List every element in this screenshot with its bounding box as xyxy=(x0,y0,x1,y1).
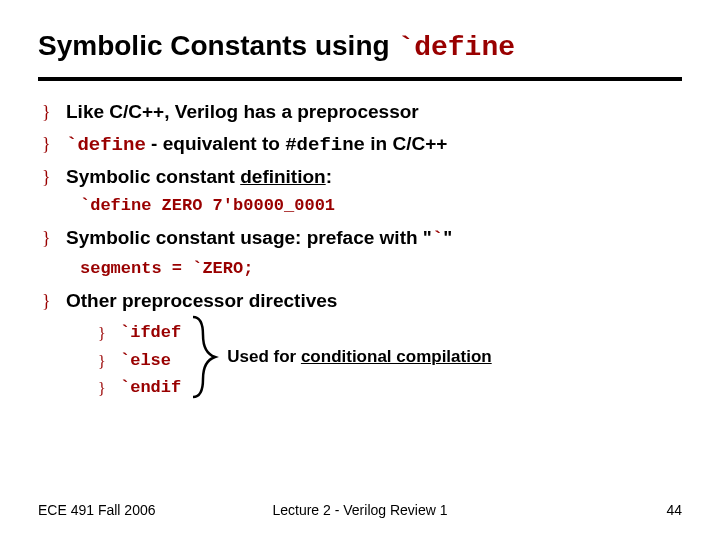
note-pre: Used for xyxy=(227,347,301,366)
title-text: Symbolic Constants using xyxy=(38,30,397,61)
slide: Symbolic Constants using `define Like C/… xyxy=(0,0,720,401)
curly-brace-icon xyxy=(189,313,219,401)
directive-note: Used for conditional compilation xyxy=(227,346,491,369)
note-underline: conditional compilation xyxy=(301,347,492,366)
directive-row: `ifdef `else `endif Used for conditional… xyxy=(66,313,682,401)
bullet-3: Symbolic constant definition: xyxy=(38,164,682,190)
bullet-4-post: " xyxy=(443,227,452,248)
sub-bullet-endif: `endif xyxy=(96,374,181,401)
footer-center: Lecture 2 - Verilog Review 1 xyxy=(272,502,447,518)
bullet-3-post: : xyxy=(326,166,332,187)
footer-left: ECE 491 Fall 2006 xyxy=(38,502,156,518)
sub-bullet-list: `ifdef `else `endif xyxy=(66,319,181,401)
title-rule xyxy=(38,77,682,81)
bullet-2-mid: - equivalent to xyxy=(146,133,285,154)
sub-bullet-ifdef: `ifdef xyxy=(96,319,181,346)
bullet-1: Like C/C++, Verilog has a preprocessor xyxy=(38,99,682,125)
sub-bullet-else: `else xyxy=(96,347,181,374)
bullet-5-text: Other preprocessor directives xyxy=(66,290,337,311)
bullet-list-2: Symbolic constant usage: preface with "`… xyxy=(38,225,682,253)
bullet-list: Like C/C++, Verilog has a preprocessor `… xyxy=(38,99,682,190)
code-example-2: segments = `ZERO; xyxy=(38,259,682,278)
bullet-4-pre: Symbolic constant usage: preface with " xyxy=(66,227,432,248)
code-example-1: `define ZERO 7'b0000_0001 xyxy=(38,196,682,215)
footer-right: 44 xyxy=(666,502,682,518)
bullet-1-text: Like C/C++, Verilog has a preprocessor xyxy=(66,101,419,122)
bullet-4-tick: ` xyxy=(432,228,443,250)
bullet-2-tail: in C/C++ xyxy=(365,133,447,154)
bullet-2-code2: #define xyxy=(285,134,365,156)
bullet-4: Symbolic constant usage: preface with "`… xyxy=(38,225,682,253)
title-code: `define xyxy=(397,32,515,63)
bullet-list-3: Other preprocessor directives `ifdef `el… xyxy=(38,288,682,402)
bullet-3-pre: Symbolic constant xyxy=(66,166,240,187)
bullet-2-code1: `define xyxy=(66,134,146,156)
slide-footer: ECE 491 Fall 2006 Lecture 2 - Verilog Re… xyxy=(0,502,720,518)
bullet-3-underline: definition xyxy=(240,166,325,187)
slide-title: Symbolic Constants using `define xyxy=(38,30,682,63)
bullet-2: `define - equivalent to #define in C/C++ xyxy=(38,131,682,159)
bullet-5: Other preprocessor directives `ifdef `el… xyxy=(38,288,682,402)
